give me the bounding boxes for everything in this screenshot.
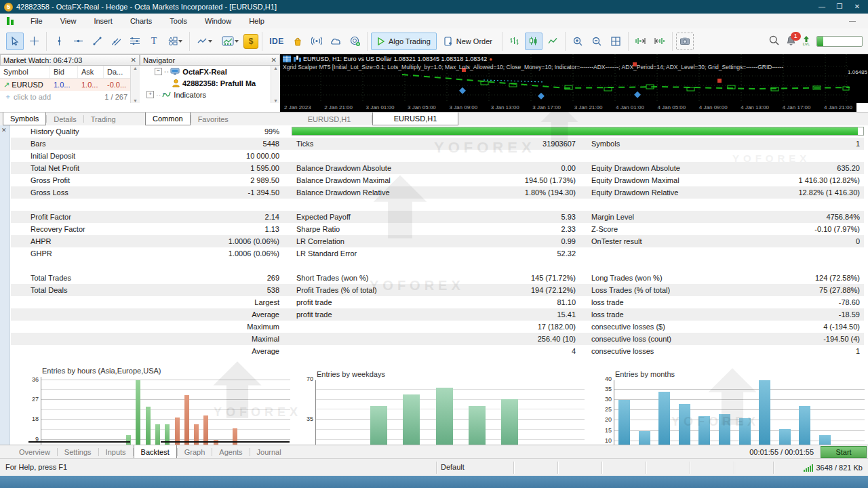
menu-view[interactable]: View [52, 15, 85, 27]
level-icon[interactable]: LVL [803, 36, 810, 46]
equidistant-levels-tool-button[interactable] [126, 33, 144, 50]
auto-scroll-button[interactable] [632, 33, 650, 50]
start-button[interactable]: Start [821, 446, 867, 458]
price-chart[interactable]: EURUSD, H1: Euro vs US Dollar 1.08321 1.… [280, 54, 868, 103]
deposit-dollar-button[interactable]: $ [243, 34, 258, 49]
scroll-down-icon[interactable]: ▼ [273, 98, 278, 103]
tester-tab-settings[interactable]: Settings [58, 445, 98, 459]
zoom-in-button[interactable] [569, 33, 587, 50]
strategy-tester-panel: ✕ Strategy Tester History Quality99%Bars… [0, 125, 868, 445]
stat-value: 52.32 [557, 247, 576, 260]
chart-title: Entries by hours (Asia,Europe,USA) [42, 367, 161, 375]
navigator-tab-favorites[interactable]: Favorites [191, 113, 235, 125]
crosshair-tool-button[interactable] [25, 33, 43, 50]
shapes-dropdown-caret[interactable] [178, 40, 182, 43]
text-tool-button[interactable]: T [145, 33, 163, 50]
toolbar: T $ IDE [0, 28, 868, 54]
collapse-icon[interactable]: − [155, 68, 162, 75]
market-watch-column-headers[interactable]: SymbolBidAskDa... [0, 66, 140, 79]
new-order-button[interactable]: New Order [438, 33, 498, 50]
stat-value: 0.99 [561, 235, 576, 247]
stat-value: 1.0006 (0.06%) [229, 235, 279, 247]
search-icon[interactable] [769, 35, 779, 47]
menu-window[interactable]: Window [196, 15, 240, 27]
cursor-tool-button[interactable] [6, 33, 24, 50]
stat-value: Largest [254, 296, 279, 308]
scroll-up-icon[interactable]: ▲ [273, 66, 278, 70]
navigator-broker-node[interactable]: − ·· OctaFX-Real [140, 66, 280, 77]
market-watch-add-row[interactable]: ＋ click to add 1 / 267 [0, 91, 140, 102]
chart-tab-eurusd-h1[interactable]: EURUSD,H1 [287, 113, 372, 125]
history-quality-bar [292, 127, 864, 136]
menu-file[interactable]: File [22, 15, 52, 27]
bar [679, 404, 690, 445]
column-header-ask[interactable]: Ask [78, 66, 104, 78]
bar-chart-mode-button[interactable] [506, 33, 524, 50]
chart-tab-eurusd-h1[interactable]: EURUSD,H1 [372, 113, 458, 125]
y-axis-label: 30 [595, 396, 612, 403]
maximize-button[interactable]: ❐ [831, 1, 848, 13]
stat-value: 635.20 [837, 162, 860, 174]
navigator-close-icon[interactable]: ✕ [271, 57, 277, 64]
tester-tab-agents[interactable]: Agents [212, 445, 249, 459]
tester-tab-inputs[interactable]: Inputs [99, 445, 133, 459]
minimize-button[interactable]: — [814, 1, 830, 13]
scroll-down-icon[interactable]: ▼ [133, 98, 138, 103]
line-chart-mode-button[interactable] [544, 33, 561, 50]
column-header-da[interactable]: Da... [104, 66, 131, 78]
stats-row: Initial Deposit10 000.00 [11, 150, 864, 162]
tile-windows-button[interactable] [607, 33, 625, 50]
market-watch-close-icon[interactable]: ✕ [131, 57, 136, 64]
navigator-scrollbar[interactable]: ▲ ▼ [271, 66, 280, 103]
stats-row: Maximal256.40 (10)consecutive loss (coun… [11, 333, 864, 345]
menu-insert[interactable]: Insert [85, 15, 121, 27]
menu-help[interactable]: Help [240, 15, 273, 27]
tester-tab-overview[interactable]: Overview [12, 445, 57, 459]
shapes-tool-button[interactable] [164, 33, 186, 50]
channel-tool-button[interactable] [107, 33, 125, 50]
market-bag-button[interactable] [289, 33, 307, 50]
menu-items: FileViewInsertChartsToolsWindowHelp [22, 15, 273, 27]
chart-shift-button[interactable] [651, 33, 669, 50]
chart-template-dropdown-button[interactable] [218, 33, 242, 50]
market-watch-tab-symbols[interactable]: Symbols [3, 113, 46, 125]
zoom-out-button[interactable] [588, 33, 606, 50]
market-watch-header[interactable]: Market Watch: 06:47:03 ✕ [0, 54, 140, 66]
tester-tab-backtest[interactable]: Backtest [134, 445, 177, 459]
menu-charts[interactable]: Charts [121, 15, 161, 27]
screenshot-camera-button[interactable] [676, 33, 694, 50]
expand-icon[interactable]: + [146, 91, 154, 98]
tester-close-icon[interactable]: ✕ [1, 127, 7, 134]
algo-trading-button[interactable]: Algo Trading [371, 33, 437, 50]
mdi-minimize-icon[interactable] [849, 21, 856, 22]
navigator-header[interactable]: Navigator ✕ [140, 54, 280, 66]
profile-name[interactable]: Default [441, 463, 465, 471]
navigator-indicators-node[interactable]: + ·· Indicators [140, 89, 280, 100]
notifications-bell-icon[interactable]: 1 [786, 35, 796, 47]
signals-button[interactable] [308, 33, 326, 50]
candlestick-mode-button[interactable] [525, 33, 542, 50]
stat-label: Balance Drawdown Relative [296, 186, 390, 199]
tester-tab-graph[interactable]: Graph [178, 445, 212, 459]
market-watch-tab-trading[interactable]: Trading [84, 113, 123, 125]
scroll-up-icon[interactable]: ▲ [133, 66, 138, 70]
column-header-bid[interactable]: Bid [50, 66, 78, 78]
trendline-tool-button[interactable] [88, 33, 106, 50]
market-watch-scrollbar[interactable]: ▲ ▼ [130, 66, 140, 103]
navigator-account-node[interactable]: 42882358: Prafull Ma [140, 77, 280, 89]
stat-label: loss trade [591, 296, 624, 308]
close-button[interactable]: ✕ [849, 1, 865, 13]
vertical-line-tool-button[interactable] [50, 33, 68, 50]
menu-tools[interactable]: Tools [161, 15, 196, 27]
community-button[interactable] [346, 33, 363, 50]
tester-tab-journal[interactable]: Journal [250, 445, 288, 459]
column-header-symbol[interactable]: Symbol [0, 66, 50, 78]
market-watch-symbol-row[interactable]: ↗ EURUSD 1.0... 1.0... -0.0... [0, 79, 140, 91]
vps-cloud-button[interactable] [327, 33, 344, 50]
metaeditor-ide-button[interactable]: IDE [266, 33, 288, 50]
navigator-tab-common[interactable]: Common [145, 113, 191, 125]
line-studies-dropdown-button[interactable] [193, 33, 216, 50]
entries-by-hours-chart: Entries by hours (Asia,Europe,USA) 91827… [41, 377, 290, 445]
market-watch-tab-details[interactable]: Details [47, 113, 83, 125]
horizontal-line-tool-button[interactable] [69, 33, 87, 50]
